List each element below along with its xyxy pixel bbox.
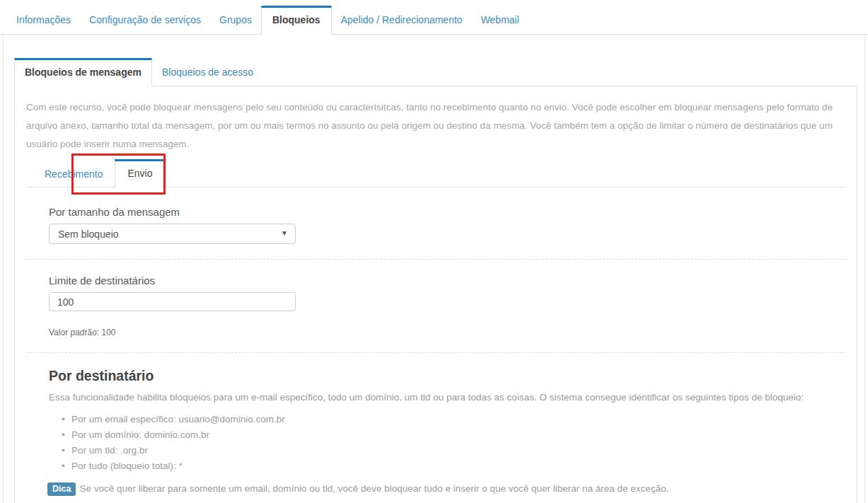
bloqueios-panel: Bloqueios de mensagem Bloqueios de acess… — [3, 35, 865, 503]
tab-configuracao-de-servicos[interactable]: Configuração de serviços — [80, 7, 210, 34]
tab-bloqueios-de-mensagem[interactable]: Bloqueios de mensagem — [14, 58, 152, 86]
tab-envio[interactable]: Envio — [115, 159, 166, 187]
direction-tab-bar: Recebimento Envio — [26, 159, 845, 187]
por-destinatario-title: Por destinatário — [49, 368, 845, 384]
list-item: Por tudo (bloqueio total): * — [62, 458, 845, 474]
bloqueios-sub-tab-bar: Bloqueios de mensagem Bloqueios de acess… — [4, 35, 864, 86]
tip-badge: Dica — [47, 482, 76, 496]
por-destinatario-description: Essa funcionalidade habilita bloqueios p… — [49, 392, 845, 403]
block-types-list: Por um email específico: usuario@dominio… — [62, 412, 845, 474]
message-size-field-group: Por tamanho da mensagem Sem bloqueio ▼ — [26, 187, 845, 244]
tip-text: Se você quer liberar para somente um ema… — [79, 483, 669, 494]
recipient-limit-input[interactable] — [49, 292, 296, 311]
recipient-limit-help: Valor padrão: 100 — [49, 328, 845, 337]
tip-row: DicaSe você quer liberar para somente um… — [47, 482, 845, 496]
tab-bloqueios-de-acesso[interactable]: Bloqueios de acesso — [152, 59, 263, 86]
message-size-label: Por tamanho da mensagem — [49, 206, 845, 218]
message-size-select[interactable]: Sem bloqueio ▼ — [49, 224, 296, 244]
recipient-limit-label: Limite de destinatários — [49, 274, 845, 287]
tab-grupos[interactable]: Grupos — [210, 7, 261, 34]
separator — [26, 259, 845, 260]
list-item: Por um tld: .org.br — [62, 443, 845, 458]
intro-paragraph: Com este recurso, você pode bloquear men… — [26, 98, 840, 154]
recipient-limit-field-group: Limite de destinatários — [26, 274, 845, 311]
dropdown-arrow-icon: ▼ — [281, 229, 288, 237]
por-destinatario-section: Por destinatário Essa funcionalidade hab… — [26, 368, 845, 496]
main-tab-bar: Informações Configuração de serviços Gru… — [0, 0, 868, 35]
separator — [26, 352, 845, 353]
bloqueios-de-mensagem-panel: Com este recurso, você pode bloquear men… — [14, 86, 857, 503]
list-item: Por um domínio: dominio.com.br — [62, 427, 845, 443]
list-item: Por um email específico: usuario@dominio… — [62, 412, 845, 427]
tab-webmail[interactable]: Webmail — [472, 7, 528, 34]
message-size-selected-value: Sem bloqueio — [58, 229, 119, 240]
tab-informacoes[interactable]: Informações — [7, 7, 80, 34]
tab-bloqueios[interactable]: Bloqueios — [261, 6, 332, 35]
tab-apelido-redirecionamento[interactable]: Apelido / Redirecionamento — [332, 7, 472, 34]
tab-recebimento[interactable]: Recebimento — [33, 161, 115, 187]
